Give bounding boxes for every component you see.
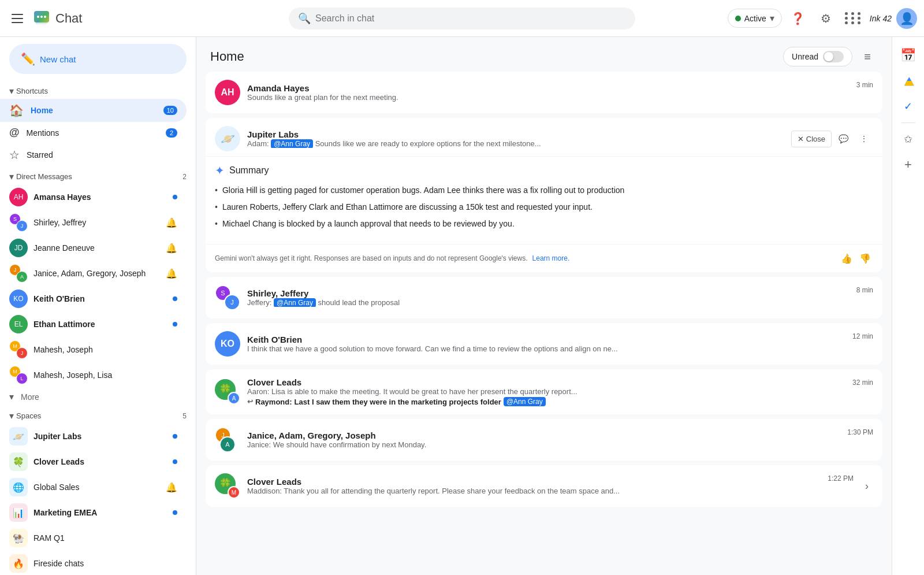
spaces-title: Spaces [16, 411, 41, 420]
main-content: Home Unread ≡ AH Amanda Hayes Sounds lik… [196, 37, 892, 575]
search-bar[interactable]: 🔍 [289, 8, 635, 29]
dm-item-jeanne[interactable]: JD Jeanne Deneuve 🔔 [0, 235, 187, 261]
conv-avatar-clover1: 🍀 A [215, 379, 240, 405]
space-item-marketing[interactable]: 📊 Marketing EMEA [0, 500, 187, 525]
search-icon: 🔍 [298, 12, 311, 25]
space-name-ram: RAM Q1 [33, 533, 177, 543]
dm-avatar-janice: J A [9, 264, 28, 283]
thumbs-down-button[interactable]: 👎 [857, 250, 873, 266]
side-panel: 📅 ✓ ✩ + [892, 37, 924, 575]
apps-button[interactable] [842, 7, 865, 30]
conv-card-shirley[interactable]: S J Shirley, Jeffery Jeffery: @Ann Gray … [206, 277, 882, 318]
conv-card-clover2[interactable]: 🍀 M Clover Leads Maddison: Thank you all… [206, 465, 882, 507]
reply-button-jupiter[interactable]: 💬 [834, 129, 852, 148]
conv-preview-shirley: Jeffery: @Ann Gray should lead the propo… [247, 298, 850, 307]
conv-preview-jupiter: Adam: @Ann Gray Sounds like we are ready… [247, 139, 784, 148]
dm-item-ethan[interactable]: EL Ethan Lattimore [0, 311, 187, 337]
conv-body-clover1: Clover Leads Aaron: Lisa is able to make… [247, 377, 845, 406]
conv-card-clover1[interactable]: 🍀 A Clover Leads Aaron: Lisa is able to … [206, 369, 882, 414]
dm-item-amansa[interactable]: AH Amansa Hayes [0, 184, 187, 210]
summary-section: ✦ Summary Gloria Hill is getting paged f… [206, 157, 882, 244]
conv-preview-amanda: Sounds like a great plan for the next me… [247, 93, 850, 102]
close-button-jupiter[interactable]: ✕ Close [791, 131, 832, 147]
unread-switch[interactable] [823, 51, 844, 62]
menu-button[interactable] [7, 8, 28, 29]
status-text: Active [744, 14, 766, 23]
preview-after-shirley: should lead the proposal [318, 298, 400, 307]
conv-time-clover1: 32 min [852, 377, 873, 387]
svg-point-5 [44, 16, 46, 18]
home-icon: 🏠 [9, 103, 24, 117]
svg-point-4 [40, 16, 43, 18]
tasks-side-icon[interactable]: ✓ [897, 95, 920, 118]
mentions-badge: 2 [166, 128, 177, 138]
dm-name-amansa: Amansa Hayes [33, 192, 167, 202]
help-button[interactable]: ❓ [787, 7, 810, 30]
spaces-section-header[interactable]: ▾ Spaces 5 [0, 406, 196, 424]
space-item-clover[interactable]: 🍀 Clover Leads [0, 449, 187, 474]
summary-header: ✦ Summary [215, 164, 873, 177]
dm-count: 2 [182, 173, 187, 181]
drive-side-icon[interactable] [897, 69, 920, 92]
dm-item-keith[interactable]: KO Keith O'Brien [0, 286, 187, 311]
dm-mute-jeanne: 🔔 [166, 243, 177, 254]
space-unread-marketing [173, 510, 177, 515]
conv-time-janice: 1:30 PM [847, 427, 873, 436]
conv-avatar-jupiter: 🪐 [215, 126, 240, 151]
thumbs-up-button[interactable]: 👍 [839, 250, 855, 266]
dm-mute-shirley: 🔔 [166, 217, 177, 228]
topbar-left: Chat [7, 8, 203, 29]
sidebar-label-home: Home [31, 106, 157, 115]
dm-avatar-mahesh1: M J [9, 340, 28, 359]
user-avatar[interactable]: 👤 [896, 8, 917, 29]
conv-card-jupiter[interactable]: 🪐 Jupiter Labs Adam: @Ann Gray Sounds li… [206, 118, 882, 272]
learn-more-link[interactable]: Learn more. [532, 254, 570, 262]
dm-section-header[interactable]: ▾ Direct Messages 2 [0, 166, 196, 184]
space-icon-jupiter: 🪐 [9, 427, 28, 446]
dm-unread-amansa [173, 195, 177, 199]
conv-card-janice[interactable]: J A Janice, Adam, Gregory, Joseph Janice… [206, 419, 882, 461]
new-chat-button[interactable]: ✏️ New chat [9, 44, 187, 74]
shortcuts-section-header[interactable]: ▾ Shortcuts [0, 81, 196, 99]
shortcuts-chevron: ▾ [9, 86, 14, 97]
gemini-icon: ✦ [215, 164, 225, 177]
starred-side-icon[interactable]: ✩ [897, 128, 920, 151]
space-item-ram[interactable]: 🐏 RAM Q1 [0, 525, 187, 551]
space-item-fireside[interactable]: 🔥 Fireside chats [0, 551, 187, 575]
space-name-clover: Clover Leads [33, 457, 167, 466]
sidebar-item-starred[interactable]: ☆ Starred [0, 143, 187, 166]
sidebar-item-home[interactable]: 🏠 Home 10 [0, 99, 187, 122]
conv-time-clover2: 1:22 PM [828, 473, 854, 483]
conv-body-amanda: Amanda Hayes Sounds like a great plan fo… [247, 83, 850, 102]
space-item-jupiter[interactable]: 🪐 Jupiter Labs [0, 424, 187, 449]
more-button[interactable]: ▾ More [0, 388, 196, 406]
search-input[interactable] [315, 13, 626, 24]
dm-avatar-keith: KO [9, 290, 28, 308]
sidebar-item-mentions[interactable]: @ Mentions 2 [0, 122, 187, 143]
calendar-side-icon[interactable]: 📅 [897, 44, 920, 67]
dm-item-mahesh1[interactable]: M J Mahesh, Joseph [0, 337, 187, 362]
unread-toggle[interactable]: Unread [783, 47, 852, 66]
summary-item-2: Lauren Roberts, Jeffery Clark and Ethan … [215, 201, 873, 213]
summary-text-1: Gloria Hill is getting paged for custome… [222, 184, 625, 196]
chat-logo-icon [32, 9, 51, 28]
starred-icon: ☆ [9, 148, 20, 162]
dm-item-janice-group[interactable]: J A Janice, Adam, Gregory, Joseph 🔔 [0, 261, 187, 286]
settings-button[interactable]: ⚙ [814, 7, 837, 30]
filter-button[interactable]: ≡ [857, 46, 878, 67]
conv-body-janice: Janice, Adam, Gregory, Joseph Janice: We… [247, 431, 840, 449]
space-item-global[interactable]: 🌐 Global Sales 🔔 [0, 474, 187, 500]
conv-card-amanda[interactable]: AH Amanda Hayes Sounds like a great plan… [206, 72, 882, 113]
status-button[interactable]: Active ▾ [728, 9, 782, 28]
dm-item-mahesh2[interactable]: M L Mahesh, Joseph, Lisa [0, 362, 187, 388]
expand-clover2[interactable]: › [860, 478, 873, 495]
space-unread-clover [173, 459, 177, 464]
dm-item-shirley[interactable]: S J Shirley, Jeffrey 🔔 [0, 210, 187, 235]
gemini-actions: 👍 👎 [839, 250, 873, 266]
more-button-jupiter[interactable]: ⋮ [855, 129, 873, 148]
new-chat-label: New chat [40, 54, 76, 64]
preview-after-jupiter: Sounds like we are ready to explore opti… [315, 139, 541, 148]
conv-name-shirley: Shirley, Jeffery [247, 288, 850, 298]
add-side-icon[interactable]: + [897, 153, 920, 176]
conv-card-keith[interactable]: KO Keith O'Brien I think that we have a … [206, 323, 882, 365]
